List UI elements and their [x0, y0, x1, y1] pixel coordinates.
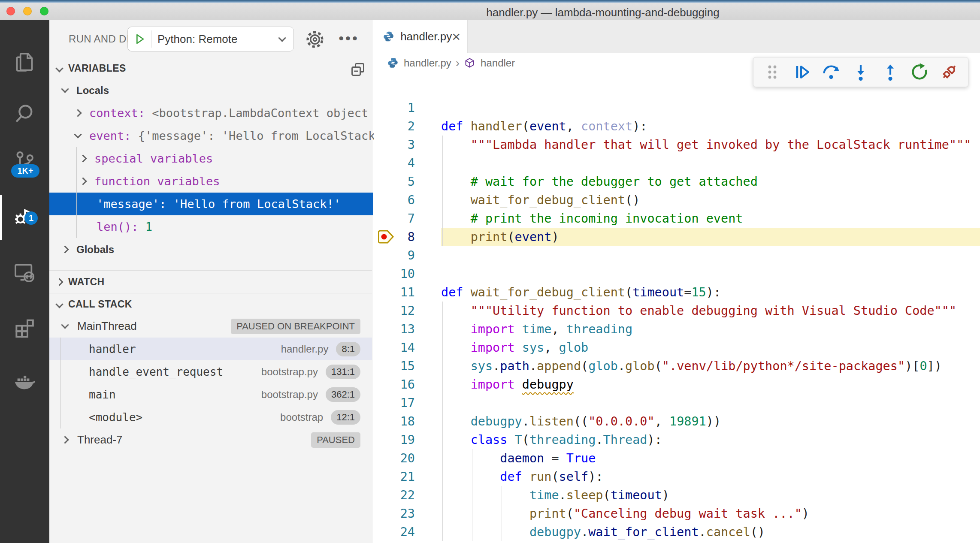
- code-line-19[interactable]: 19 class T(threading.Thread):: [374, 431, 980, 449]
- run-and-debug-badge: 1: [24, 211, 38, 225]
- code-line-2[interactable]: 2def handler(event, context):: [374, 117, 980, 136]
- variable-row[interactable]: function variables: [49, 170, 372, 193]
- line-number[interactable]: 20: [374, 449, 415, 468]
- minimize-window-button[interactable]: [23, 7, 32, 15]
- continue-icon[interactable]: [792, 62, 812, 82]
- globals-scope-row[interactable]: Globals: [49, 238, 372, 261]
- code-line-9[interactable]: 9: [374, 246, 980, 265]
- line-number[interactable]: 11: [374, 283, 415, 302]
- line-number[interactable]: 7: [374, 209, 415, 228]
- line-number[interactable]: 17: [374, 394, 415, 412]
- stack-frame-row[interactable]: handlerhandler.py8:1: [49, 338, 372, 360]
- code-line-18[interactable]: 18 debugpy.listen(("0.0.0.0", 19891)): [374, 412, 980, 431]
- line-number[interactable]: 16: [374, 375, 415, 394]
- locals-scope-row[interactable]: Locals: [49, 79, 372, 102]
- watch-section-header[interactable]: WATCH: [49, 271, 372, 293]
- code-line-11[interactable]: 11def wait_for_debug_client(timeout=15):: [374, 283, 980, 302]
- step-over-icon[interactable]: [821, 62, 841, 82]
- code-line-17[interactable]: 17: [374, 394, 980, 412]
- variables-section-header[interactable]: VARIABLES: [49, 58, 372, 79]
- tab-handler-py[interactable]: handler.py ×: [374, 20, 468, 53]
- explorer-icon[interactable]: [12, 50, 36, 74]
- line-number[interactable]: 8: [374, 228, 415, 246]
- line-number[interactable]: 3: [374, 136, 415, 154]
- code-line-4[interactable]: 4: [374, 154, 980, 172]
- line-number[interactable]: 5: [374, 172, 415, 191]
- start-debug-icon[interactable]: [133, 32, 147, 46]
- line-number[interactable]: 19: [374, 431, 415, 449]
- line-number[interactable]: 4: [374, 154, 415, 172]
- line-number[interactable]: 15: [374, 357, 415, 375]
- thread-row-mainthread[interactable]: MainThread PAUSED ON BREAKPOINT: [49, 315, 372, 338]
- code-line-16[interactable]: 16 import debugpy: [374, 375, 980, 394]
- line-number[interactable]: 24: [374, 523, 415, 541]
- code-text: sys.path.append(glob.glob(".venv/lib/pyt…: [441, 357, 942, 375]
- close-tab-icon[interactable]: ×: [452, 28, 460, 45]
- stack-frame-row[interactable]: <module>bootstrap12:1: [49, 406, 372, 428]
- code-line-10[interactable]: 10: [374, 265, 980, 283]
- code-line-1[interactable]: 1: [374, 99, 980, 117]
- search-icon[interactable]: [12, 102, 36, 126]
- code-line-7[interactable]: 7 # print the incoming invocation event: [374, 209, 980, 228]
- line-number[interactable]: 25: [374, 541, 415, 543]
- frame-file: handler.py: [281, 343, 329, 355]
- code-line-22[interactable]: 22 time.sleep(timeout): [374, 486, 980, 504]
- line-number[interactable]: 21: [374, 468, 415, 486]
- code-line-20[interactable]: 20 daemon = True: [374, 449, 980, 468]
- line-number[interactable]: 13: [374, 320, 415, 338]
- remote-explorer-icon[interactable]: [12, 260, 36, 284]
- code-line-5[interactable]: 5 # wait for the debugger to get attache…: [374, 172, 980, 191]
- close-window-button[interactable]: [6, 7, 15, 15]
- line-number[interactable]: 14: [374, 338, 415, 357]
- breadcrumb-file[interactable]: handler.py: [404, 57, 451, 69]
- frame-function: main: [89, 388, 261, 401]
- disconnect-icon[interactable]: [939, 62, 959, 82]
- code-text: debugpy.listen(("0.0.0.0", 19891)): [441, 412, 721, 431]
- line-number[interactable]: 1: [374, 99, 415, 117]
- stack-frame-row[interactable]: mainbootstrap.py362:1: [49, 383, 372, 406]
- breadcrumb-symbol[interactable]: handler: [481, 57, 515, 69]
- extensions-icon[interactable]: [12, 315, 36, 339]
- step-into-icon[interactable]: [850, 62, 871, 82]
- code-line-13[interactable]: 13 import time, threading: [374, 320, 980, 338]
- variable-row[interactable]: 'message': 'Hello from LocalStack!': [49, 193, 373, 215]
- code-line-3[interactable]: 3 """Lambda handler that will get invoke…: [374, 136, 980, 154]
- step-out-icon[interactable]: [880, 62, 901, 82]
- docker-icon[interactable]: [12, 369, 36, 393]
- code-line-15[interactable]: 15 sys.path.append(glob.glob(".venv/lib/…: [374, 357, 980, 375]
- debug-toolbar: [753, 57, 968, 87]
- thread-row-thread-7[interactable]: Thread-7 PAUSED: [49, 428, 372, 451]
- line-number[interactable]: 23: [374, 504, 415, 523]
- variable-row[interactable]: len(): 1: [49, 215, 372, 238]
- line-number[interactable]: 9: [374, 246, 415, 265]
- maximize-window-button[interactable]: [40, 7, 48, 15]
- code-line-8[interactable]: 8 print(event): [374, 228, 980, 246]
- code-line-12[interactable]: 12 """Utility function to enable debuggi…: [374, 302, 980, 320]
- code-line-25[interactable]: 25 T().start(): [374, 541, 980, 543]
- code-line-21[interactable]: 21 def run(self):: [374, 468, 980, 486]
- call-stack-section-header[interactable]: CALL STACK: [49, 293, 372, 315]
- drag-grip-icon[interactable]: [762, 62, 783, 82]
- more-actions-icon[interactable]: •••: [336, 30, 362, 49]
- line-number[interactable]: 18: [374, 412, 415, 431]
- line-number[interactable]: 2: [374, 117, 415, 136]
- launch-config-dropdown[interactable]: Python: Remote: [127, 27, 294, 51]
- line-number[interactable]: 10: [374, 265, 415, 283]
- restart-icon[interactable]: [909, 62, 930, 82]
- code-editor[interactable]: 12def handler(event, context):3 """Lambd…: [374, 73, 980, 543]
- code-line-6[interactable]: 6 wait_for_debug_client(): [374, 191, 980, 209]
- line-number[interactable]: 6: [374, 191, 415, 209]
- line-number[interactable]: 22: [374, 486, 415, 504]
- code-line-24[interactable]: 24 debugpy.wait_for_client.cancel(): [374, 523, 980, 541]
- variable-row[interactable]: event: {'message': 'Hello from LocalStac…: [49, 124, 372, 147]
- thread-state-badge: PAUSED ON BREAKPOINT: [231, 319, 360, 334]
- collapse-all-icon[interactable]: [350, 61, 366, 78]
- line-number[interactable]: 12: [374, 302, 415, 320]
- code-line-14[interactable]: 14 import sys, glob: [374, 338, 980, 357]
- stack-frame-row[interactable]: handle_event_requestbootstrap.py131:1: [49, 360, 372, 383]
- variable-row[interactable]: context: <bootstrap.LambdaContext object…: [49, 102, 372, 124]
- variable-row[interactable]: special variables: [49, 147, 372, 170]
- code-line-23[interactable]: 23 print("Canceling debug wait task ..."…: [374, 504, 980, 523]
- gear-icon[interactable]: [305, 30, 325, 49]
- variable-value: {'message': 'Hello from LocalStack…: [131, 129, 382, 142]
